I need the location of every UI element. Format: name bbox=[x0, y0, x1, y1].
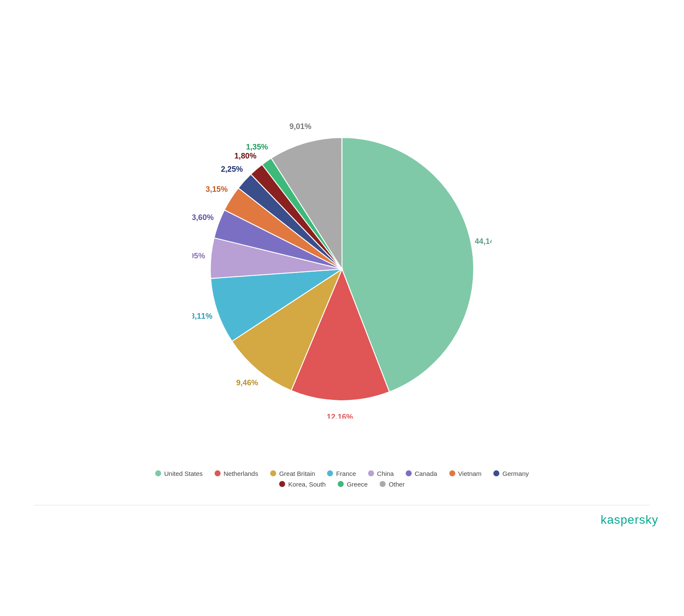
label-netherlands: 12,16% bbox=[327, 412, 353, 418]
legend-dot-germany bbox=[493, 470, 499, 476]
legend: United StatesNetherlandsGreat BritainFra… bbox=[150, 470, 534, 488]
legend-label-great-britain: Great Britain bbox=[279, 470, 315, 477]
pie-chart: 44,14%12,16%9,46%8,11%4,95%3,60%3,15%2,2… bbox=[192, 120, 492, 419]
legend-label-china: China bbox=[377, 470, 394, 477]
legend-label-netherlands: Netherlands bbox=[224, 470, 258, 477]
kaspersky-logo: kaspersky bbox=[601, 513, 658, 527]
label-canada: 3,60% bbox=[192, 213, 214, 221]
legend-dot-netherlands bbox=[215, 470, 221, 476]
label-greece: 1,35% bbox=[246, 143, 268, 151]
legend-label-korea--south: Korea, South bbox=[288, 481, 326, 488]
legend-label-canada: Canada bbox=[415, 470, 437, 477]
legend-dot-vietnam bbox=[449, 470, 455, 476]
bottom-area: kaspersky bbox=[0, 505, 684, 540]
legend-label-germany: Germany bbox=[502, 470, 529, 477]
legend-dot-greece bbox=[338, 481, 344, 487]
legend-item-great-britain: Great Britain bbox=[270, 470, 315, 477]
legend-dot-korea--south bbox=[279, 481, 285, 487]
label-vietnam: 3,15% bbox=[206, 185, 228, 193]
legend-item-china: China bbox=[368, 470, 394, 477]
legend-dot-france bbox=[327, 470, 333, 476]
legend-dot-other bbox=[380, 481, 386, 487]
label-france: 8,11% bbox=[192, 311, 212, 320]
chart-container: 44,14%12,16%9,46%8,11%4,95%3,60%3,15%2,2… bbox=[107, 77, 577, 461]
label-other: 9,01% bbox=[289, 122, 312, 130]
legend-label-vietnam: Vietnam bbox=[458, 470, 482, 477]
legend-item-canada: Canada bbox=[406, 470, 437, 477]
legend-item-greece: Greece bbox=[338, 481, 368, 488]
legend-item-vietnam: Vietnam bbox=[449, 470, 482, 477]
legend-item-netherlands: Netherlands bbox=[215, 470, 258, 477]
legend-label-france: France bbox=[336, 470, 356, 477]
legend-item-united-states: United States bbox=[155, 470, 203, 477]
legend-label-greece: Greece bbox=[347, 481, 368, 488]
label-great-britain: 9,46% bbox=[236, 378, 258, 387]
legend-dot-canada bbox=[406, 470, 412, 476]
legend-item-germany: Germany bbox=[493, 470, 529, 477]
legend-item-korea--south: Korea, South bbox=[279, 481, 326, 488]
label-korea--south: 1,80% bbox=[234, 152, 256, 160]
legend-item-other: Other bbox=[380, 481, 405, 488]
legend-dot-united-states bbox=[155, 470, 161, 476]
label-china: 4,95% bbox=[192, 252, 205, 260]
legend-dot-china bbox=[368, 470, 374, 476]
legend-label-other: Other bbox=[389, 481, 405, 488]
legend-item-france: France bbox=[327, 470, 356, 477]
legend-dot-great-britain bbox=[270, 470, 276, 476]
label-united-states: 44,14% bbox=[475, 237, 492, 246]
label-germany: 2,25% bbox=[221, 164, 243, 173]
legend-label-united-states: United States bbox=[164, 470, 203, 477]
